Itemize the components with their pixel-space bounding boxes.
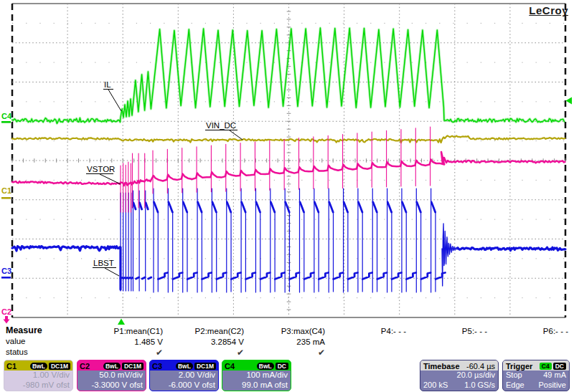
channel-offset: -3.3000 V ofst	[77, 381, 146, 391]
channel-box-c4[interactable]: C4BwLDC100 mA/div99.0 mA ofst	[222, 360, 291, 391]
channel-scale: 1.00 V/div	[4, 371, 72, 381]
measure-param-label: P6:- - -	[475, 327, 568, 335]
trigger-slope: Positive	[538, 381, 566, 391]
channel-badge-dc1m: DC1M	[194, 363, 216, 370]
channel-scale: 100 mA/div	[222, 371, 291, 381]
measure-param-status-check: ✔	[232, 348, 325, 358]
channel-scale: 50.0 mV/div	[77, 371, 146, 381]
timebase-title: Timebase	[423, 362, 460, 371]
measure-param-value: 3.2854 V	[151, 338, 244, 346]
measure-param-label: P1:mean(C1)	[70, 327, 163, 335]
channel-box-c1[interactable]: C1BwLDC1M1.00 V/div-980 mV ofst	[4, 360, 73, 391]
timebase-header: Timebase -60.4 µs	[420, 360, 498, 371]
trace-label-vstor: VSTOR	[87, 165, 115, 173]
channel-badge-dc: DC	[276, 363, 288, 370]
channel-header-c2: C2BwLDC1M	[77, 360, 146, 371]
measure-param-label: P4:- - -	[313, 327, 406, 335]
channel-badge-bwl: BwL	[176, 363, 193, 370]
timebase-delay: -60.4 µs	[466, 362, 495, 371]
measure-param-label: P3:max(C4)	[232, 327, 325, 335]
channel-id: C2	[80, 362, 90, 371]
measure-title: Measure	[6, 325, 42, 335]
channel-badge-dc1m: DC1M	[122, 363, 144, 370]
channel-marker-c1: C1	[1, 186, 11, 195]
oscilloscope-screen: C4C1C3C2ILVIN_DCVSTORLBST LeCroy Measure…	[0, 0, 574, 392]
channel-offset: -980 mV ofst	[4, 381, 72, 391]
timebase-per-div: 20.0 µs/div	[457, 371, 495, 381]
channel-badge-bwl: BwL	[30, 363, 47, 370]
trace-label-il: IL	[104, 80, 111, 89]
trigger-header: Trigger C4 DC	[503, 360, 569, 371]
measure-param-label: P2:mean(C2)	[151, 327, 244, 335]
measure-value-row-label: value	[6, 337, 26, 345]
channel-badge-bwl: BwL	[257, 363, 274, 370]
lecroy-logo: LeCroy	[529, 4, 568, 16]
measure-param-status-check: ✔	[70, 348, 163, 358]
channel-id: C3	[152, 362, 162, 371]
trigger-coupling-badge: DC	[553, 363, 566, 370]
measure-param-status-check: ✔	[151, 348, 244, 358]
measure-param-value: 1.485 V	[70, 338, 163, 346]
measure-param-value: 235 mA	[232, 338, 325, 346]
channel-offset: 99.0 mA ofst	[222, 381, 291, 391]
measure-status-row-label: status	[6, 348, 28, 356]
channel-header-c1: C1BwLDC1M	[4, 360, 72, 371]
channel-header-c4: C4BwLDC	[222, 360, 291, 371]
timebase-samples: 200 kS	[423, 381, 448, 391]
trace-label-vin_dc: VIN_DC	[206, 121, 236, 130]
trigger-level: 49 mA	[543, 371, 566, 381]
trigger-source-badge: C4	[540, 363, 552, 370]
channel-header-c3: C3BwLDC1M	[150, 360, 218, 371]
trigger-title: Trigger	[506, 362, 532, 371]
waveform-display: C4C1C3C2ILVIN_DCVSTORLBST	[0, 0, 574, 326]
channel-id: C1	[6, 362, 17, 371]
trigger-mode: Stop	[506, 371, 522, 381]
channel-marker-c4: C4	[1, 112, 12, 120]
trace-label-lbst: LBST	[93, 259, 114, 267]
channel-scale: 2.00 V/div	[150, 371, 218, 381]
timebase-box[interactable]: Timebase -60.4 µs 20.0 µs/div 200 kS 1.0…	[420, 360, 499, 391]
trigger-type: Edge	[506, 381, 524, 391]
measure-param-label: P5:- - -	[394, 327, 487, 335]
channel-offset: -6.000 V ofst	[150, 381, 218, 391]
channel-box-c3[interactable]: C3BwLDC1M2.00 V/div-6.000 V ofst	[149, 360, 219, 391]
trigger-box[interactable]: Trigger C4 DC Stop 49 mA Edge Positive	[502, 360, 570, 391]
channel-id: C4	[225, 362, 235, 371]
timebase-rate: 1.0 GS/s	[464, 381, 495, 391]
channel-box-c2[interactable]: C2BwLDC1M50.0 mV/div-3.3000 V ofst	[77, 360, 146, 391]
channel-marker-c2: C2	[1, 307, 11, 316]
channel-badge-bwl: BwL	[103, 363, 121, 370]
channel-marker-c3: C3	[1, 267, 11, 275]
channel-badge-dc1m: DC1M	[49, 363, 70, 370]
